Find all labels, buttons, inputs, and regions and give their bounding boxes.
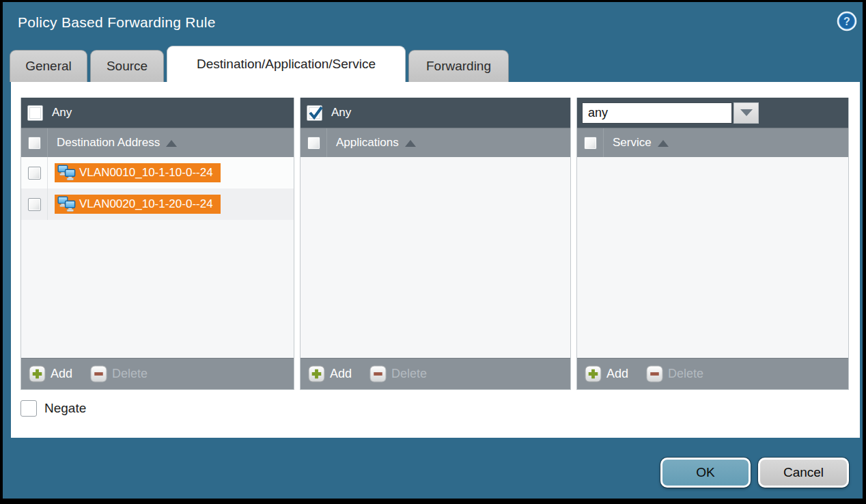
- destination-column-header[interactable]: Destination Address: [48, 128, 177, 157]
- policy-based-forwarding-dialog: Policy Based Forwarding Rule ? General S…: [0, 0, 866, 504]
- row-checkbox[interactable]: [28, 198, 41, 211]
- destination-delete-button[interactable]: Delete: [90, 365, 148, 382]
- negate-option: Negate: [20, 400, 86, 417]
- list-item: VLAN0010_10-1-10-0--24: [21, 157, 294, 188]
- service-pane: Service Add: [576, 98, 849, 390]
- applications-add-button[interactable]: Add: [308, 365, 352, 382]
- tab-destination-application-service[interactable]: Destination/Application/Service: [167, 46, 406, 82]
- cancel-button[interactable]: Cancel: [758, 458, 849, 488]
- ok-button[interactable]: OK: [660, 458, 751, 488]
- service-column-header[interactable]: Service: [604, 128, 669, 157]
- service-list: [577, 157, 848, 358]
- minus-icon: [90, 365, 107, 382]
- svg-text:?: ?: [843, 16, 850, 27]
- address-object-label: VLAN0020_10-1-20-0--24: [79, 197, 213, 211]
- tab-content: Any Destination Address: [11, 82, 860, 438]
- applications-list: [301, 157, 570, 358]
- tab-source[interactable]: Source: [90, 50, 164, 82]
- tab-forwarding[interactable]: Forwarding: [408, 50, 509, 82]
- dialog-title: Policy Based Forwarding Rule: [18, 14, 216, 31]
- service-delete-button[interactable]: Delete: [646, 365, 703, 382]
- address-object-chip[interactable]: VLAN0020_10-1-20-0--24: [55, 195, 221, 214]
- address-object-label: VLAN0010_10-1-10-0--24: [79, 166, 213, 180]
- plus-icon: [308, 365, 325, 382]
- applications-any-label: Any: [331, 106, 351, 120]
- destination-any-checkbox[interactable]: [27, 105, 43, 121]
- help-icon[interactable]: ?: [837, 11, 857, 31]
- destination-address-pane: Any Destination Address: [20, 98, 294, 390]
- list-item: VLAN0020_10-1-20-0--24: [21, 188, 294, 220]
- destination-list: VLAN0010_10-1-10-0--24: [21, 157, 294, 358]
- network-icon: [57, 165, 76, 182]
- applications-any-checkbox[interactable]: [307, 105, 322, 121]
- tab-bar: General Source Destination/Application/S…: [10, 46, 509, 82]
- service-dropdown: [582, 102, 759, 124]
- service-select-all-checkbox[interactable]: [584, 137, 597, 150]
- destination-any-label: Any: [52, 106, 72, 120]
- sort-ascending-icon: [405, 140, 416, 147]
- row-checkbox[interactable]: [28, 167, 41, 180]
- service-add-button[interactable]: Add: [585, 365, 628, 382]
- address-object-chip[interactable]: VLAN0010_10-1-10-0--24: [55, 163, 221, 182]
- tab-general[interactable]: General: [10, 50, 87, 82]
- applications-select-all-checkbox[interactable]: [307, 137, 320, 150]
- sort-ascending-icon: [166, 140, 177, 147]
- network-icon: [57, 196, 76, 213]
- destination-select-all-checkbox[interactable]: [28, 137, 41, 150]
- minus-icon: [369, 365, 387, 382]
- negate-label: Negate: [44, 401, 86, 416]
- applications-pane: Any Applications A: [300, 98, 571, 390]
- negate-checkbox[interactable]: [20, 400, 37, 417]
- chevron-down-icon: [740, 109, 753, 116]
- service-dropdown-button[interactable]: [734, 102, 759, 124]
- destination-add-button[interactable]: Add: [29, 365, 72, 382]
- plus-icon: [29, 365, 46, 382]
- plus-icon: [585, 365, 602, 382]
- applications-delete-button[interactable]: Delete: [369, 365, 427, 382]
- applications-column-header[interactable]: Applications: [327, 128, 416, 157]
- sort-ascending-icon: [658, 140, 669, 147]
- minus-icon: [646, 365, 663, 382]
- service-dropdown-input[interactable]: [582, 102, 732, 124]
